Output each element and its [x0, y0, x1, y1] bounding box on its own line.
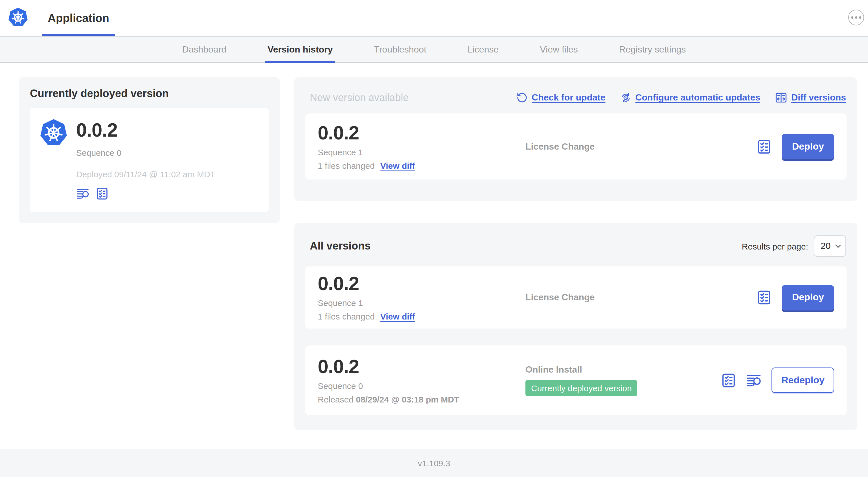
checklist-icon: [756, 290, 772, 305]
deploy-logs-button[interactable]: [76, 187, 90, 200]
redeploy-button[interactable]: Redeploy: [772, 367, 834, 393]
current-version-card: 0.0.2 Sequence 0 Deployed 09/11/24 @ 11:…: [30, 108, 269, 212]
version-source-label: License Change: [525, 292, 595, 302]
version-sequence: Sequence 0: [318, 381, 525, 390]
new-version-title: New version available: [310, 92, 409, 103]
schedule-update-icon: [620, 92, 631, 103]
console-footer: v1.109.3: [0, 449, 868, 477]
version-number: 0.0.2: [318, 356, 525, 376]
preflight-checks-button[interactable]: [756, 290, 772, 305]
current-version-deployed-at: Deployed 09/11/24 @ 11:02 am MDT: [76, 169, 215, 179]
chevron-down-icon: [835, 244, 841, 248]
current-version-number: 0.0.2: [76, 120, 215, 140]
version-number: 0.0.2: [318, 123, 525, 142]
current-version-title: Currently deployed version: [30, 88, 269, 100]
version-number: 0.0.2: [318, 274, 525, 293]
preflight-checks-button[interactable]: [721, 372, 737, 388]
logs-icon: [746, 372, 762, 388]
tab-license[interactable]: License: [468, 37, 499, 62]
configure-automatic-updates-link[interactable]: Configure automatic updates: [620, 92, 760, 103]
current-version-sequence: Sequence 0: [76, 148, 215, 157]
current-version-panel: Currently deployed version 0.0.2 S: [19, 77, 280, 223]
kots-admin-console: Application Dashboard Version history Tr…: [0, 0, 868, 477]
ellipsis-icon: [851, 17, 853, 19]
new-version-panel: New version available Check for update C…: [294, 77, 857, 201]
tab-view-files[interactable]: View files: [540, 37, 578, 62]
tab-troubleshoot[interactable]: Troubleshoot: [374, 37, 426, 62]
version-sequence: Sequence 1: [318, 147, 525, 157]
deploy-button[interactable]: Deploy: [782, 285, 834, 310]
version-source-label: License Change: [525, 141, 595, 151]
version-row: 0.0.2 Sequence 1 1 files changed View di…: [305, 266, 846, 329]
tab-version-history[interactable]: Version history: [268, 37, 333, 62]
results-per-page-select[interactable]: 20: [814, 235, 846, 257]
app-subnav: Dashboard Version history Troubleshoot L…: [0, 36, 868, 63]
more-menu-button[interactable]: [848, 9, 864, 25]
app-header: Application: [0, 0, 868, 36]
version-sequence: Sequence 1: [318, 298, 525, 308]
kubernetes-logo: [8, 6, 28, 28]
checklist-icon: [756, 139, 772, 154]
view-diff-link[interactable]: View diff: [380, 160, 415, 170]
files-changed-label: 1 files changed: [318, 311, 375, 321]
view-diff-link[interactable]: View diff: [380, 311, 415, 321]
preflight-checks-button[interactable]: [95, 187, 109, 200]
console-version: v1.109.3: [417, 458, 450, 468]
checklist-icon: [95, 187, 109, 200]
checklist-icon: [721, 372, 737, 388]
currently-deployed-badge: Currently deployed version: [525, 380, 638, 396]
all-versions-panel: All versions Results per page: 20 0.0.2 …: [294, 223, 857, 430]
diff-icon: [775, 91, 787, 104]
app-title: Application: [48, 11, 109, 25]
refresh-icon: [517, 92, 528, 103]
version-released-at: Released 08/29/24 @ 03:18 pm MDT: [318, 394, 525, 404]
deploy-logs-button[interactable]: [746, 372, 762, 388]
tab-application[interactable]: Application: [42, 0, 115, 36]
logs-icon: [76, 187, 90, 200]
all-versions-title: All versions: [310, 240, 371, 252]
diff-versions-link[interactable]: Diff versions: [775, 91, 846, 104]
tab-registry-settings[interactable]: Registry settings: [619, 37, 686, 62]
version-source-label: Online Install: [525, 364, 582, 375]
preflight-checks-button[interactable]: [756, 139, 772, 154]
kubernetes-app-icon: [39, 117, 68, 147]
version-row: 0.0.2 Sequence 0 Released 08/29/24 @ 03:…: [305, 346, 846, 415]
results-per-page-label: Results per page:: [742, 241, 808, 251]
deploy-button[interactable]: Deploy: [782, 134, 834, 159]
tab-dashboard[interactable]: Dashboard: [182, 37, 226, 62]
files-changed-label: 1 files changed: [318, 160, 375, 170]
new-version-card: 0.0.2 Sequence 1 1 files changed View di…: [305, 114, 846, 180]
check-for-update-link[interactable]: Check for update: [517, 92, 605, 103]
